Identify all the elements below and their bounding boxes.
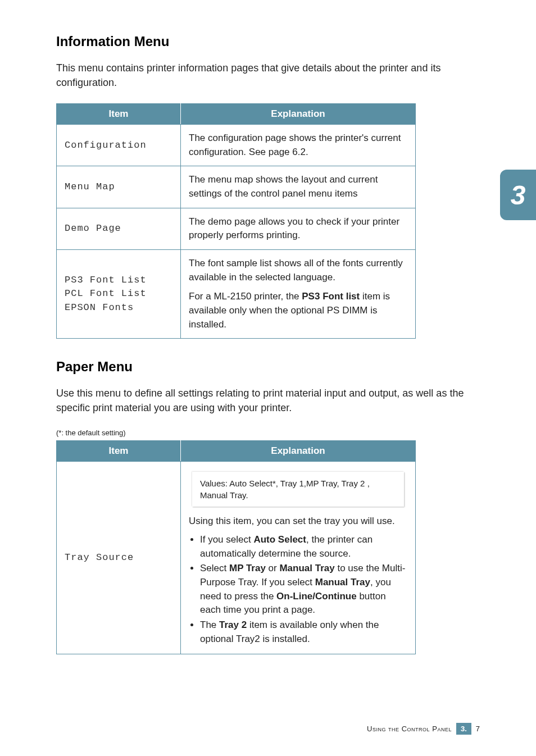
text-span: The: [200, 620, 219, 630]
bold-span: MP Tray: [229, 563, 266, 573]
item-cell: Configuration: [57, 125, 181, 166]
explanation-cell: The font sample list shows all of the fo…: [181, 250, 416, 339]
chapter-tab: 3: [500, 170, 536, 220]
col-explanation-header: Explanation: [181, 104, 416, 125]
paper-menu-table: Item Explanation Tray Source Values: Aut…: [56, 440, 416, 654]
bold-span: Manual Tray: [315, 577, 370, 588]
explanation-cell: The demo page allows you to check if you…: [181, 208, 416, 249]
list-item: If you select Auto Select, the printer c…: [200, 533, 407, 561]
font-list-para-2: For a ML-2150 printer, the PS3 Font list…: [189, 290, 407, 331]
bold-span: PS3 Font list: [302, 291, 360, 302]
list-item: Select MP Tray or Manual Tray to use the…: [200, 562, 407, 617]
document-page: 3 Information Menu This menu contains pr…: [0, 0, 536, 756]
table-row: PS3 Font List PCL Font List EPSON Fonts …: [57, 250, 416, 339]
table-row: Configuration The configuration page sho…: [57, 125, 416, 166]
chapter-tab-number: 3: [511, 180, 526, 211]
item-cell: Demo Page: [57, 208, 181, 249]
col-explanation-header: Explanation: [181, 441, 416, 462]
text-span: For a ML-2150 printer, the: [189, 291, 302, 302]
item-cell: Menu Map: [57, 166, 181, 208]
table-row: Tray Source Values: Auto Select*, Tray 1…: [57, 462, 416, 654]
explanation-cell: The configuration page shows the printer…: [181, 125, 416, 166]
text-span: If you select: [200, 534, 253, 545]
tray-intro-text: Using this item, you can set the tray yo…: [189, 514, 407, 529]
bold-span: Manual Tray: [279, 563, 334, 573]
default-setting-note: (*: the default setting): [56, 429, 480, 437]
col-item-header: Item: [57, 441, 181, 462]
paper-menu-lead: Use this menu to define all settings rel…: [56, 386, 480, 415]
values-box: Values: Auto Select*, Tray 1,MP Tray, Tr…: [192, 472, 404, 507]
text-span: Select: [200, 563, 229, 573]
information-menu-table: Item Explanation Configuration The confi…: [56, 103, 416, 339]
bold-span: Auto Select: [253, 534, 306, 545]
footer-label: Using the Control Panel: [367, 725, 452, 733]
page-footer: Using the Control Panel 3.7: [367, 723, 480, 735]
table-header-row: Item Explanation: [57, 104, 416, 125]
table-row: Menu Map The menu map shows the layout a…: [57, 166, 416, 208]
table-row: Demo Page The demo page allows you to ch…: [57, 208, 416, 249]
col-item-header: Item: [57, 104, 181, 125]
information-menu-heading: Information Menu: [56, 34, 480, 49]
list-item: The Tray 2 item is available only when t…: [200, 618, 407, 646]
footer-chapter-box: 3.: [456, 723, 471, 735]
font-list-para-1: The font sample list shows all of the fo…: [189, 257, 407, 284]
item-cell: Tray Source: [57, 462, 181, 654]
text-span: or: [266, 563, 280, 573]
tray-bullet-list: If you select Auto Select, the printer c…: [189, 533, 407, 646]
bold-span: On-Line/Continue: [276, 591, 357, 602]
explanation-cell: Values: Auto Select*, Tray 1,MP Tray, Tr…: [181, 462, 416, 654]
item-cell: PS3 Font List PCL Font List EPSON Fonts: [57, 250, 181, 339]
information-menu-lead: This menu contains printer information p…: [56, 61, 480, 90]
paper-menu-heading: Paper Menu: [56, 359, 480, 375]
explanation-cell: The menu map shows the layout and curren…: [181, 166, 416, 208]
footer-page-number: 7: [476, 725, 480, 733]
bold-span: Tray 2: [219, 620, 247, 630]
table-header-row: Item Explanation: [57, 441, 416, 462]
